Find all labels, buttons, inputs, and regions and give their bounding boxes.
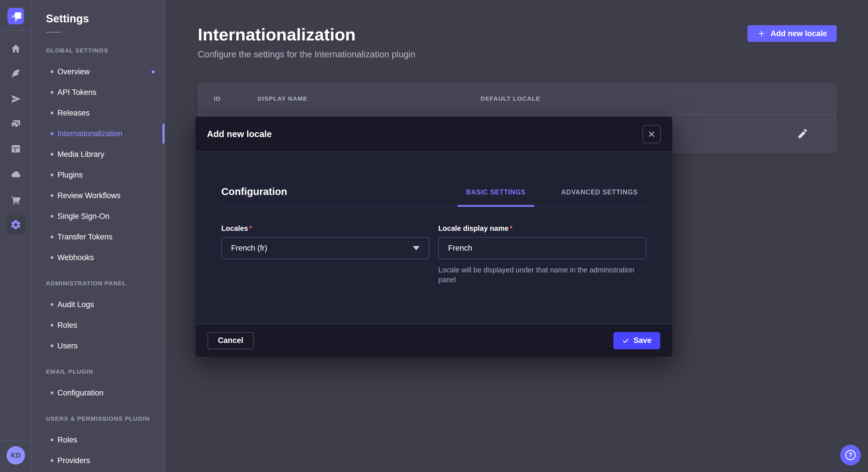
locales-field: Locales* French (fr): [221, 224, 429, 284]
display-name-input[interactable]: [438, 237, 646, 259]
modal-header: Add new locale: [195, 117, 672, 152]
close-icon: [648, 130, 656, 138]
required-asterisk: *: [510, 224, 513, 232]
check-icon: [622, 337, 629, 344]
display-name-hint: Locale will be displayed under that name…: [438, 265, 639, 284]
tab-advanced-settings[interactable]: ADVANCED SETTINGS: [553, 189, 646, 206]
modal-footer: Cancel Save: [195, 324, 672, 357]
save-button[interactable]: Save: [613, 332, 660, 349]
modal-body: Configuration BASIC SETTINGS ADVANCED SE…: [195, 152, 672, 324]
close-button[interactable]: [642, 125, 661, 143]
form-fields: Locales* French (fr) Locale display name…: [221, 224, 646, 284]
cancel-button[interactable]: Cancel: [208, 332, 254, 349]
add-locale-modal: Add new locale Configuration BASIC SETTI…: [195, 117, 672, 357]
display-name-label: Locale display name*: [438, 224, 646, 233]
tab-basic-settings[interactable]: BASIC SETTINGS: [458, 189, 534, 206]
locales-select-value: French (fr): [231, 244, 267, 252]
configuration-title: Configuration: [221, 186, 287, 206]
settings-tabs: BASIC SETTINGS ADVANCED SETTINGS: [458, 189, 646, 206]
locales-label: Locales*: [221, 224, 429, 233]
locales-select[interactable]: French (fr): [221, 237, 429, 259]
modal-title: Add new locale: [207, 129, 272, 139]
required-asterisk: *: [249, 224, 252, 232]
display-name-field: Locale display name* Locale will be disp…: [438, 224, 646, 284]
chevron-down-icon: [413, 246, 420, 250]
configuration-row: Configuration BASIC SETTINGS ADVANCED SE…: [221, 173, 646, 206]
